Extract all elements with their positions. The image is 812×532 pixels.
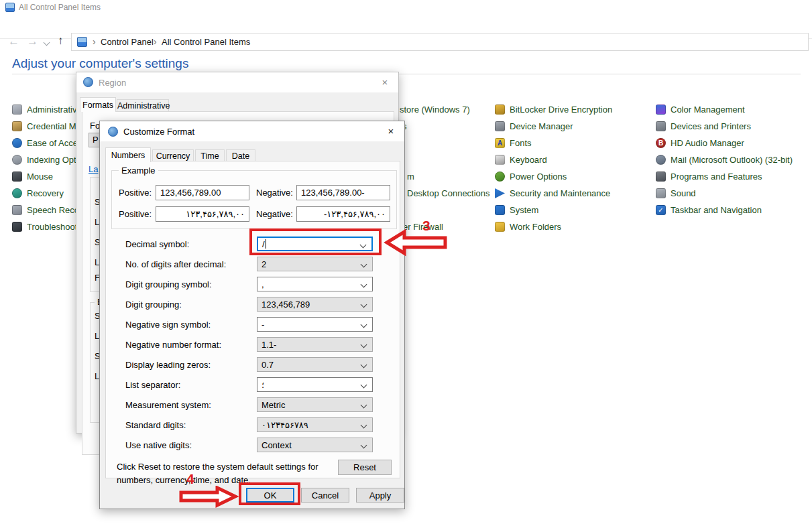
tab-formats[interactable]: Formats — [80, 97, 116, 112]
customize-dialog-titlebar[interactable]: Customize Format × — [100, 121, 404, 141]
control-panel-item[interactable]: Administrative — [12, 103, 78, 116]
control-panel-item-label: HD Audio Manager — [671, 138, 744, 148]
credential-manager-icon — [12, 121, 22, 131]
combobox-value: Context — [262, 440, 292, 450]
control-panel-item[interactable]: ✓Taskbar and Navigation — [656, 204, 762, 216]
speech-recognition-icon — [12, 205, 22, 215]
control-panel-item[interactable]: Sound — [656, 187, 696, 200]
control-panel-item[interactable]: Troubleshootin — [12, 220, 78, 233]
standard-digits-combobox[interactable]: ۰۱۲۳۴۵۶۷۸۹ — [257, 417, 373, 432]
control-panel-item[interactable]: Work Folders — [495, 220, 561, 233]
address-bar[interactable]: › Control Panel › All Control Panel Item… — [71, 33, 809, 51]
control-panel-item[interactable]: Speech Recog — [12, 204, 78, 216]
control-panel-item-label: Mail (Microsoft Outlook) (32-bit) — [671, 155, 793, 165]
hd-audio-manager-icon-glyph: B — [658, 140, 663, 147]
device-manager-icon — [495, 121, 505, 131]
chevron-down-icon[interactable] — [361, 261, 367, 268]
chevron-down-icon[interactable] — [361, 322, 367, 328]
format-label-fragment: Fo — [90, 121, 100, 131]
control-panel-item-fragment[interactable]: Desktop Connections — [407, 188, 490, 198]
annotation-arrow-right-icon — [178, 486, 239, 508]
color-management-icon — [656, 105, 666, 115]
control-panel-item[interactable]: Color Management — [656, 103, 745, 116]
negative-number-format-combobox[interactable]: 1.1- — [257, 337, 373, 352]
control-panel-item[interactable]: Power Options — [495, 170, 567, 183]
chevron-down-icon[interactable] — [361, 302, 367, 308]
numbers-tab-page: Example Positive: 123,456,789.00 Negativ… — [105, 161, 400, 478]
control-panel-item[interactable]: Device Manager — [495, 120, 573, 133]
control-panel-item[interactable]: Credential Ma — [12, 120, 78, 133]
negative-label-1: Negative: — [256, 188, 293, 198]
recent-pages-chevron-icon[interactable] — [44, 40, 50, 46]
negative-example-1: 123,456,789.00- — [296, 185, 390, 200]
control-panel-item-label: BitLocker Drive Encryption — [510, 105, 612, 115]
control-panel-item[interactable]: Devices and Printers — [656, 120, 751, 133]
chevron-down-icon[interactable] — [361, 362, 367, 369]
negative-sign-symbol-combobox[interactable]: - — [257, 317, 373, 332]
positive-example-2: ۱۲۳,۴۵۶,۷۸۹,۰۰ — [156, 206, 249, 222]
digit-grouping-symbol-combobox[interactable]: , — [257, 277, 373, 291]
control-panel-item[interactable]: Ease of Access — [12, 137, 78, 149]
customize-format-dialog: Customize Format × NumbersCurrencyTimeDa… — [99, 121, 405, 509]
combobox-value: 123,456,789 — [262, 300, 310, 310]
taskbar-and-navigation-icon-glyph: ✓ — [658, 207, 663, 214]
chevron-down-icon[interactable] — [361, 402, 367, 409]
fonts-icon: A — [495, 138, 505, 148]
control-panel-item[interactable]: Recovery — [12, 187, 78, 200]
control-panel-item-fragment[interactable]: store (Windows 7) — [400, 105, 470, 115]
control-panel-item[interactable]: Mail (Microsoft Outlook) (32-bit) — [656, 153, 793, 166]
combobox-value: Metric — [262, 400, 285, 410]
control-panel-item[interactable]: BHD Audio Manager — [656, 137, 744, 149]
annotation-box-ok-button — [239, 482, 300, 505]
forward-icon[interactable]: → — [27, 36, 38, 47]
language-preferences-link-fragment[interactable]: La — [89, 164, 98, 174]
customize-dialog-title: Customize Format — [123, 127, 194, 137]
control-panel-item[interactable]: Indexing Optio — [12, 153, 78, 166]
cancel-button[interactable]: Cancel — [301, 488, 349, 503]
window-title: All Control Panel Items — [19, 3, 101, 12]
apply-button[interactable]: Apply — [356, 488, 404, 503]
close-icon[interactable]: × — [375, 75, 394, 90]
control-panel-item[interactable]: AFonts — [495, 137, 532, 149]
negative-example-2: -۱۲۳,۴۵۶,۷۸۹,۰۰ — [296, 206, 390, 222]
reset-button[interactable]: Reset — [338, 460, 392, 475]
control-panel-item[interactable]: System — [495, 204, 538, 216]
chevron-down-icon[interactable] — [361, 422, 367, 429]
field-label: Negative number format: — [125, 340, 221, 350]
back-icon[interactable]: ← — [8, 36, 19, 47]
up-icon[interactable]: ↑ — [58, 35, 64, 46]
control-panel-item[interactable]: BitLocker Drive Encryption — [495, 103, 612, 116]
close-icon[interactable]: × — [382, 124, 400, 139]
troubleshooting-icon — [12, 222, 22, 232]
digit-grouping-combobox[interactable]: 123,456,789 — [257, 297, 373, 312]
chevron-down-icon[interactable] — [361, 442, 367, 449]
control-panel-item-label: Devices and Printers — [671, 121, 751, 131]
use-native-digits-combobox[interactable]: Context — [257, 438, 373, 452]
control-panel-item[interactable]: Programs and Features — [656, 170, 762, 183]
chevron-down-icon[interactable] — [361, 281, 367, 288]
field-label: Digit grouping symbol: — [125, 279, 212, 289]
no-of-digits-after-decimal-combobox[interactable]: 2 — [257, 257, 373, 271]
tab-numbers[interactable]: Numbers — [105, 147, 151, 162]
measurement-system-combobox[interactable]: Metric — [257, 397, 373, 412]
region-dialog-titlebar[interactable]: Region × — [76, 72, 398, 92]
chevron-down-icon[interactable] — [361, 382, 367, 389]
breadcrumb-all-control-panel-items[interactable]: All Control Panel Items — [162, 37, 250, 47]
field-label: Decimal symbol: — [125, 239, 189, 249]
control-panel-item-fragment[interactable]: m — [407, 172, 414, 182]
breadcrumb-control-panel[interactable]: Control Panel — [101, 37, 154, 47]
control-panel-item-label: Fonts — [510, 138, 532, 148]
list-separator-combobox[interactable]: ؛ — [257, 377, 373, 392]
display-leading-zeros-combobox[interactable]: 0.7 — [257, 357, 373, 372]
annotation-step-3: 3 — [422, 218, 430, 234]
chevron-down-icon[interactable] — [361, 342, 367, 348]
control-panel-item[interactable]: Keyboard — [495, 153, 547, 166]
field-label: List separator: — [125, 380, 180, 390]
control-panel-item-label: System — [510, 205, 538, 215]
control-panel-item[interactable]: Mouse — [12, 170, 78, 183]
control-panel-item[interactable]: Security and Maintenance — [495, 187, 610, 200]
tab-administrative[interactable]: Administrative — [117, 99, 169, 112]
annotation-arrow-left-icon — [384, 228, 448, 257]
control-panel-item-label: Speech Recog — [27, 205, 78, 215]
keyboard-icon — [495, 155, 505, 165]
